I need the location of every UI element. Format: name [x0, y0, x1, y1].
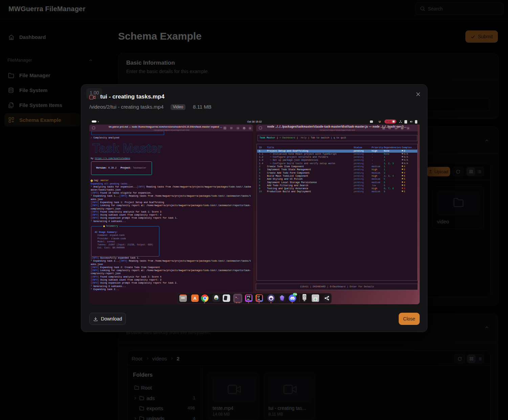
svg-text:Task Master: Task Master [92, 141, 162, 155]
